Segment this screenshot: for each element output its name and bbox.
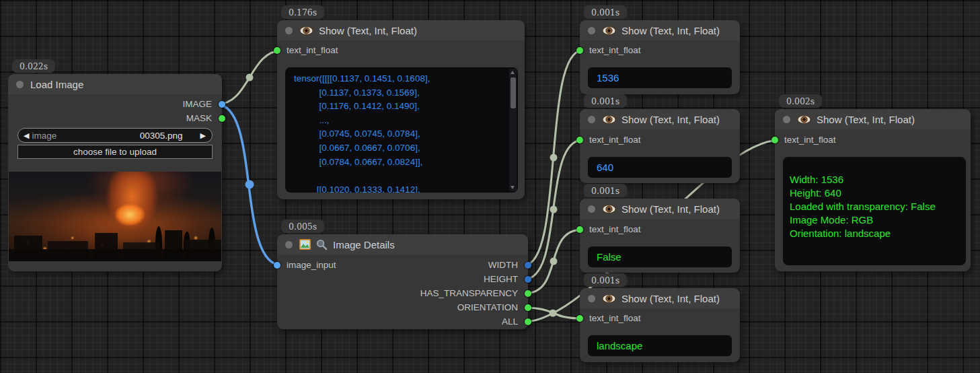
- combo-value: 00305.png: [140, 131, 183, 141]
- wire-midpoint-dot: [550, 154, 558, 162]
- wire-midpoint-dot: [550, 258, 558, 265]
- exec-time-badge: 0.001s: [584, 94, 627, 108]
- eye-icon: [602, 26, 616, 36]
- input-slot-text-int-float: text_int_float: [580, 44, 740, 57]
- input-socket[interactable]: [576, 137, 583, 143]
- node-title-bar[interactable]: Show (Text, Int, Float): [277, 20, 525, 40]
- collapse-dot-icon[interactable]: [285, 27, 293, 34]
- node-title: Image Details: [333, 239, 395, 250]
- collapse-dot-icon[interactable]: [588, 27, 595, 34]
- input-slot-text-int-float: text_int_float: [775, 133, 971, 147]
- tree-silhouette: [209, 228, 215, 255]
- input-slot-text-int-float: text_int_float: [277, 44, 525, 57]
- node-title: Show (Text, Int, Float): [621, 203, 720, 215]
- input-slot-text-int-float: text_int_float: [580, 223, 740, 236]
- tree-silhouette: [184, 232, 190, 255]
- node-image-details[interactable]: 0.005s Image Details image_input WIDTH H…: [277, 234, 528, 329]
- collapse-dot-icon[interactable]: [16, 81, 24, 88]
- value-display-orientation[interactable]: landscape: [588, 335, 732, 356]
- scroll-down-icon[interactable]: [511, 186, 515, 189]
- node-title-bar[interactable]: Show (Text, Int, Float): [580, 20, 740, 40]
- magnifier-icon: [316, 239, 328, 250]
- output-slot-height: HEIGHT: [277, 273, 528, 286]
- summary-output-textarea[interactable]: Width: 1536 Height: 640 Loaded with tran…: [783, 157, 966, 265]
- wire-midpoint-dot: [246, 74, 254, 81]
- tree-silhouette: [155, 226, 162, 255]
- choose-file-button[interactable]: choose file to upload: [17, 145, 213, 159]
- eye-icon: [602, 204, 616, 214]
- node-show-orientation[interactable]: 0.001s Show (Text, Int, Float) text_int_…: [580, 288, 740, 362]
- output-slot-width: WIDTH: [277, 259, 528, 272]
- framed-picture-icon: [299, 239, 311, 250]
- tensor-output-textarea[interactable]: tensor([[[[0.1137, 0.1451, 0.1608], [0.1…: [285, 67, 518, 193]
- node-show-height[interactable]: 0.001s Show (Text, Int, Float) text_int_…: [580, 109, 740, 183]
- node-title: Show (Text, Int, Float): [319, 25, 417, 36]
- input-slot-text-int-float: text_int_float: [580, 312, 740, 325]
- textarea-scrollbar[interactable]: [509, 69, 517, 191]
- output-slot-image: IMAGE: [8, 98, 222, 111]
- node-show-all[interactable]: 0.002s Show (Text, Int, Float) text_int_…: [775, 109, 971, 271]
- eye-icon: [299, 26, 313, 36]
- output-socket-all[interactable]: [525, 318, 531, 325]
- collapse-dot-icon[interactable]: [588, 295, 595, 302]
- node-load-image[interactable]: 0.022s Load Image IMAGE MASK ◀ image 003…: [8, 74, 222, 271]
- input-slot-text-int-float: text_int_float: [580, 133, 740, 147]
- value-display-height[interactable]: 640: [588, 157, 732, 178]
- wire-midpoint-dot: [550, 206, 558, 213]
- node-title-bar[interactable]: Show (Text, Int, Float): [775, 109, 971, 129]
- output-socket-mask[interactable]: [219, 115, 225, 122]
- input-socket[interactable]: [576, 315, 583, 322]
- eye-icon: [797, 114, 811, 125]
- node-title-bar[interactable]: Load Image: [8, 74, 222, 94]
- output-socket-image[interactable]: [219, 101, 225, 108]
- image-filename-combo[interactable]: ◀ image 00305.png ▶: [17, 128, 213, 143]
- scroll-up-icon[interactable]: [511, 71, 515, 74]
- summary-output-text: Width: 1536 Height: 640 Loaded with tran…: [783, 157, 966, 240]
- node-graph-canvas[interactable]: 0.022s Load Image IMAGE MASK ◀ image 003…: [0, 0, 980, 373]
- exec-time-badge: 0.002s: [779, 94, 822, 108]
- image-preview: [9, 172, 221, 261]
- exec-time-badge: 0.001s: [584, 5, 627, 19]
- collapse-dot-icon[interactable]: [783, 116, 790, 123]
- node-show-transparency[interactable]: 0.001s Show (Text, Int, Float) text_int_…: [580, 199, 740, 273]
- value-display-transparency[interactable]: False: [588, 246, 732, 267]
- input-socket[interactable]: [576, 226, 583, 233]
- node-title-bar[interactable]: Show (Text, Int, Float): [580, 109, 740, 129]
- node-title-bar[interactable]: Image Details: [277, 234, 528, 255]
- collapse-dot-icon[interactable]: [588, 205, 595, 213]
- collapse-dot-icon[interactable]: [285, 241, 293, 248]
- tensor-output-text: tensor([[[[0.1137, 0.1451, 0.1608], [0.1…: [285, 67, 518, 193]
- collapse-dot-icon[interactable]: [588, 116, 595, 123]
- node-title: Show (Text, Int, Float): [817, 114, 915, 125]
- output-socket-width[interactable]: [525, 262, 531, 269]
- node-title-bar[interactable]: Show (Text, Int, Float): [580, 199, 740, 219]
- node-title: Show (Text, Int, Float): [621, 293, 720, 304]
- exec-time-badge: 0.005s: [281, 219, 324, 233]
- input-socket[interactable]: [771, 137, 778, 143]
- output-slot-orientation: ORIENTATION: [277, 301, 528, 314]
- eye-icon: [602, 114, 616, 125]
- node-show-tensor[interactable]: 0.176s Show (Text, Int, Float) text_int_…: [277, 20, 525, 199]
- node-title: Load Image: [30, 79, 83, 90]
- value-display-width[interactable]: 1536: [588, 67, 732, 88]
- exec-time-badge: 0.022s: [12, 59, 55, 73]
- combo-next-icon[interactable]: ▶: [200, 129, 206, 142]
- eye-icon: [602, 294, 616, 304]
- node-title: Show (Text, Int, Float): [621, 25, 720, 36]
- exec-time-badge: 0.001s: [584, 184, 627, 197]
- node-title-bar[interactable]: Show (Text, Int, Float): [580, 288, 740, 308]
- exec-time-badge: 0.176s: [281, 5, 324, 19]
- node-title: Show (Text, Int, Float): [621, 114, 720, 125]
- input-socket[interactable]: [274, 47, 280, 54]
- wire-midpoint-dot: [246, 180, 254, 189]
- input-socket[interactable]: [576, 47, 583, 54]
- node-show-width[interactable]: 0.001s Show (Text, Int, Float) text_int_…: [580, 20, 740, 94]
- output-slot-has-transparency: HAS_TRANSPARENCY: [277, 287, 528, 300]
- exec-time-badge: 0.001s: [584, 273, 627, 287]
- output-socket-orientation[interactable]: [525, 304, 531, 311]
- scrollbar-thumb[interactable]: [511, 77, 516, 108]
- output-slot-all: ALL: [277, 315, 528, 329]
- output-socket-height[interactable]: [525, 276, 531, 283]
- combo-prev-icon[interactable]: ◀: [24, 129, 29, 142]
- output-socket-has-transparency[interactable]: [525, 290, 531, 297]
